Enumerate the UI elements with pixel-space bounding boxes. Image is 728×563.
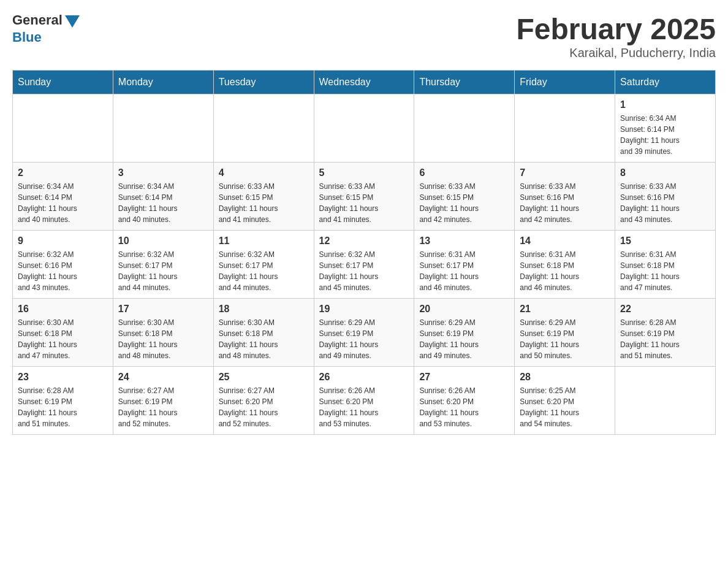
day-number: 19 (319, 304, 409, 315)
calendar-day-cell: 20Sunrise: 6:29 AM Sunset: 6:19 PM Dayli… (414, 299, 515, 367)
calendar-day-cell: 19Sunrise: 6:29 AM Sunset: 6:19 PM Dayli… (314, 299, 414, 367)
day-info: Sunrise: 6:33 AM Sunset: 6:16 PM Dayligh… (520, 181, 610, 225)
day-number: 17 (118, 304, 208, 315)
calendar-day-cell: 17Sunrise: 6:30 AM Sunset: 6:18 PM Dayli… (113, 299, 213, 367)
day-number: 14 (520, 236, 610, 247)
calendar-day-cell: 21Sunrise: 6:29 AM Sunset: 6:19 PM Dayli… (515, 299, 615, 367)
calendar-week-row: 9Sunrise: 6:32 AM Sunset: 6:16 PM Daylig… (13, 231, 716, 299)
calendar-day-cell (113, 94, 213, 163)
day-info: Sunrise: 6:27 AM Sunset: 6:20 PM Dayligh… (219, 385, 309, 429)
day-number: 2 (18, 167, 108, 178)
day-info: Sunrise: 6:31 AM Sunset: 6:18 PM Dayligh… (620, 249, 710, 293)
day-number: 20 (419, 304, 509, 315)
day-info: Sunrise: 6:30 AM Sunset: 6:18 PM Dayligh… (118, 317, 208, 361)
day-number: 13 (419, 236, 509, 247)
day-of-week-header: Sunday (13, 71, 113, 94)
calendar-table: SundayMondayTuesdayWednesdayThursdayFrid… (12, 70, 716, 435)
day-number: 27 (419, 372, 509, 383)
calendar-day-cell: 5Sunrise: 6:33 AM Sunset: 6:15 PM Daylig… (314, 163, 414, 231)
calendar-day-cell: 23Sunrise: 6:28 AM Sunset: 6:19 PM Dayli… (13, 367, 113, 435)
location-text: Karaikal, Puducherry, India (516, 46, 716, 60)
day-of-week-header: Friday (515, 71, 615, 94)
calendar-day-cell: 4Sunrise: 6:33 AM Sunset: 6:15 PM Daylig… (213, 163, 314, 231)
day-number: 8 (620, 167, 710, 178)
logo: General Blue (12, 12, 80, 45)
calendar-day-cell: 1Sunrise: 6:34 AM Sunset: 6:14 PM Daylig… (615, 94, 716, 163)
day-number: 21 (520, 304, 610, 315)
day-of-week-header: Wednesday (314, 71, 414, 94)
calendar-day-cell: 15Sunrise: 6:31 AM Sunset: 6:18 PM Dayli… (615, 231, 716, 299)
day-info: Sunrise: 6:29 AM Sunset: 6:19 PM Dayligh… (319, 317, 409, 361)
day-number: 28 (520, 372, 610, 383)
day-number: 24 (118, 372, 208, 383)
day-info: Sunrise: 6:34 AM Sunset: 6:14 PM Dayligh… (620, 113, 710, 157)
day-info: Sunrise: 6:26 AM Sunset: 6:20 PM Dayligh… (419, 385, 509, 429)
day-number: 3 (118, 167, 208, 178)
calendar-day-cell: 13Sunrise: 6:31 AM Sunset: 6:17 PM Dayli… (414, 231, 515, 299)
day-number: 6 (419, 167, 509, 178)
day-info: Sunrise: 6:30 AM Sunset: 6:18 PM Dayligh… (219, 317, 309, 361)
title-section: February 2025 Karaikal, Puducherry, Indi… (516, 12, 716, 60)
calendar-day-cell (314, 94, 414, 163)
day-number: 26 (319, 372, 409, 383)
day-of-week-header: Thursday (414, 71, 515, 94)
calendar-day-cell: 9Sunrise: 6:32 AM Sunset: 6:16 PM Daylig… (13, 231, 113, 299)
calendar-day-cell: 12Sunrise: 6:32 AM Sunset: 6:17 PM Dayli… (314, 231, 414, 299)
calendar-week-row: 23Sunrise: 6:28 AM Sunset: 6:19 PM Dayli… (13, 367, 716, 435)
calendar-day-cell: 6Sunrise: 6:33 AM Sunset: 6:15 PM Daylig… (414, 163, 515, 231)
calendar-day-cell: 10Sunrise: 6:32 AM Sunset: 6:17 PM Dayli… (113, 231, 213, 299)
day-number: 7 (520, 167, 610, 178)
calendar-week-row: 2Sunrise: 6:34 AM Sunset: 6:14 PM Daylig… (13, 163, 716, 231)
day-info: Sunrise: 6:32 AM Sunset: 6:16 PM Dayligh… (18, 249, 108, 293)
day-info: Sunrise: 6:33 AM Sunset: 6:15 PM Dayligh… (219, 181, 309, 225)
day-of-week-header: Saturday (615, 71, 716, 94)
day-of-week-header: Tuesday (213, 71, 314, 94)
logo-arrow-icon (65, 15, 80, 28)
calendar-day-cell (414, 94, 515, 163)
day-number: 1 (620, 99, 710, 110)
day-number: 11 (219, 236, 309, 247)
day-info: Sunrise: 6:31 AM Sunset: 6:17 PM Dayligh… (419, 249, 509, 293)
day-info: Sunrise: 6:32 AM Sunset: 6:17 PM Dayligh… (118, 249, 208, 293)
day-info: Sunrise: 6:28 AM Sunset: 6:19 PM Dayligh… (620, 317, 710, 361)
calendar-week-row: 1Sunrise: 6:34 AM Sunset: 6:14 PM Daylig… (13, 94, 716, 163)
calendar-header-row: SundayMondayTuesdayWednesdayThursdayFrid… (13, 71, 716, 94)
day-info: Sunrise: 6:29 AM Sunset: 6:19 PM Dayligh… (419, 317, 509, 361)
calendar-day-cell: 11Sunrise: 6:32 AM Sunset: 6:17 PM Dayli… (213, 231, 314, 299)
day-info: Sunrise: 6:26 AM Sunset: 6:20 PM Dayligh… (319, 385, 409, 429)
day-info: Sunrise: 6:30 AM Sunset: 6:18 PM Dayligh… (18, 317, 108, 361)
day-info: Sunrise: 6:34 AM Sunset: 6:14 PM Dayligh… (18, 181, 108, 225)
day-number: 4 (219, 167, 309, 178)
calendar-day-cell: 8Sunrise: 6:33 AM Sunset: 6:16 PM Daylig… (615, 163, 716, 231)
calendar-day-cell: 18Sunrise: 6:30 AM Sunset: 6:18 PM Dayli… (213, 299, 314, 367)
day-info: Sunrise: 6:27 AM Sunset: 6:19 PM Dayligh… (118, 385, 208, 429)
calendar-day-cell: 26Sunrise: 6:26 AM Sunset: 6:20 PM Dayli… (314, 367, 414, 435)
calendar-day-cell: 3Sunrise: 6:34 AM Sunset: 6:14 PM Daylig… (113, 163, 213, 231)
day-number: 25 (219, 372, 309, 383)
day-info: Sunrise: 6:29 AM Sunset: 6:19 PM Dayligh… (520, 317, 610, 361)
logo-general-text: General (12, 12, 63, 28)
calendar-day-cell: 22Sunrise: 6:28 AM Sunset: 6:19 PM Dayli… (615, 299, 716, 367)
calendar-day-cell: 7Sunrise: 6:33 AM Sunset: 6:16 PM Daylig… (515, 163, 615, 231)
calendar-day-cell: 14Sunrise: 6:31 AM Sunset: 6:18 PM Dayli… (515, 231, 615, 299)
calendar-day-cell: 27Sunrise: 6:26 AM Sunset: 6:20 PM Dayli… (414, 367, 515, 435)
day-info: Sunrise: 6:33 AM Sunset: 6:16 PM Dayligh… (620, 181, 710, 225)
day-info: Sunrise: 6:28 AM Sunset: 6:19 PM Dayligh… (18, 385, 108, 429)
day-info: Sunrise: 6:33 AM Sunset: 6:15 PM Dayligh… (319, 181, 409, 225)
day-number: 9 (18, 236, 108, 247)
day-number: 22 (620, 304, 710, 315)
day-info: Sunrise: 6:32 AM Sunset: 6:17 PM Dayligh… (319, 249, 409, 293)
calendar-day-cell: 28Sunrise: 6:25 AM Sunset: 6:20 PM Dayli… (515, 367, 615, 435)
day-number: 5 (319, 167, 409, 178)
calendar-day-cell: 25Sunrise: 6:27 AM Sunset: 6:20 PM Dayli… (213, 367, 314, 435)
calendar-day-cell (213, 94, 314, 163)
day-info: Sunrise: 6:32 AM Sunset: 6:17 PM Dayligh… (219, 249, 309, 293)
calendar-day-cell: 16Sunrise: 6:30 AM Sunset: 6:18 PM Dayli… (13, 299, 113, 367)
logo-blue-text: Blue (12, 29, 42, 45)
day-of-week-header: Monday (113, 71, 213, 94)
day-info: Sunrise: 6:33 AM Sunset: 6:15 PM Dayligh… (419, 181, 509, 225)
calendar-day-cell: 2Sunrise: 6:34 AM Sunset: 6:14 PM Daylig… (13, 163, 113, 231)
day-number: 12 (319, 236, 409, 247)
month-title: February 2025 (516, 12, 716, 46)
day-number: 15 (620, 236, 710, 247)
